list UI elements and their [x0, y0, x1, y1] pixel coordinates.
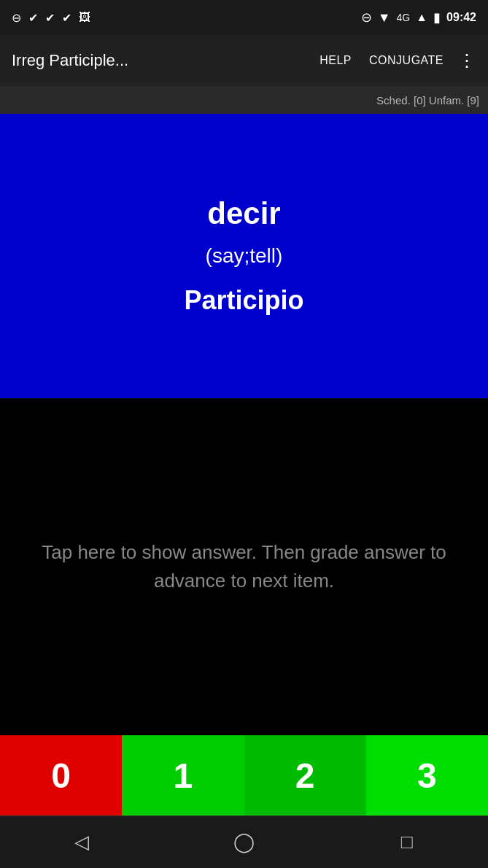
answer-prompt: Tap here to show answer. Then grade answ…	[29, 538, 459, 595]
signal-icon: ▲	[416, 11, 427, 24]
status-icons-right: ⊖ ▼ 4G ▲ ▮ 09:42	[361, 9, 476, 26]
status-icons-left: ⊖ ✔ ✔ ✔ 🖼	[12, 11, 90, 25]
answer-area[interactable]: Tap here to show answer. Then grade answ…	[0, 398, 488, 735]
back-button[interactable]: ◁	[60, 821, 104, 864]
overflow-menu-button[interactable]: ⋮	[458, 50, 476, 71]
conjugate-button[interactable]: CONJUGATE	[369, 54, 444, 67]
nav-bar: ◁ ◯ □	[0, 815, 488, 868]
grade-buttons: 0 1 2 3	[0, 735, 488, 815]
home-button[interactable]: ◯	[222, 821, 266, 864]
help-button[interactable]: HELP	[319, 54, 352, 67]
grade-button-3[interactable]: 3	[366, 735, 488, 815]
check-icon-1: ✔	[28, 11, 38, 25]
check-icon-3: ✔	[62, 11, 71, 25]
grade-button-0[interactable]: 0	[0, 735, 122, 815]
check-icon-2: ✔	[45, 11, 55, 25]
status-bar: ⊖ ✔ ✔ ✔ 🖼 ⊖ ▼ 4G ▲ ▮ 09:42	[0, 0, 488, 35]
android-icon: ⊖	[12, 11, 21, 25]
wifi-icon: ▼	[378, 10, 391, 26]
network-label: 4G	[397, 12, 411, 23]
question-card: decir (say;tell) Participio	[0, 114, 488, 398]
schedule-info: Sched. [0] Unfam. [9]	[376, 94, 479, 106]
grade-button-1[interactable]: 1	[122, 735, 244, 815]
time-display: 09:42	[446, 11, 476, 24]
app-title: Irreg Participle...	[12, 51, 302, 70]
grade-button-2[interactable]: 2	[244, 735, 366, 815]
sub-header: Sched. [0] Unfam. [9]	[0, 86, 488, 114]
battery-icon: ▮	[433, 9, 441, 26]
minus-icon: ⊖	[361, 9, 372, 26]
verb-form: Participio	[184, 285, 303, 316]
image-icon: 🖼	[79, 11, 90, 24]
app-bar: Irreg Participle... HELP CONJUGATE ⋮	[0, 35, 488, 86]
recents-button[interactable]: □	[385, 821, 429, 864]
verb-meaning: (say;tell)	[206, 244, 283, 268]
verb-text: decir	[207, 196, 280, 231]
